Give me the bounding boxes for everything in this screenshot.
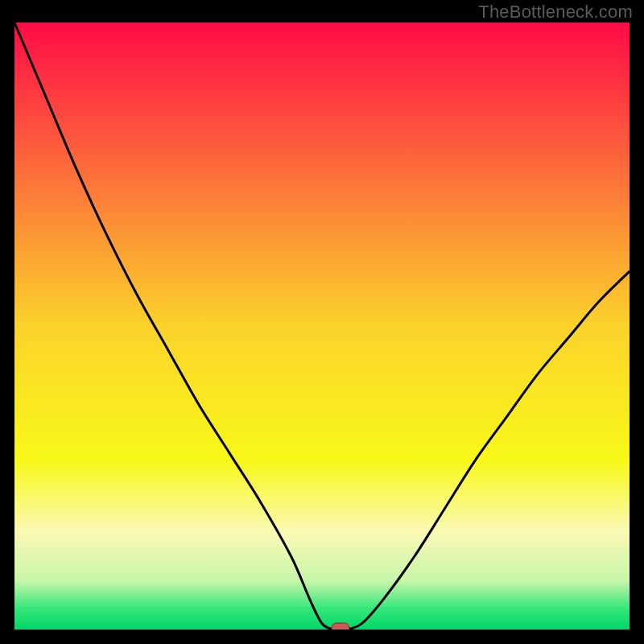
minimum-marker (332, 623, 349, 630)
watermark-text: TheBottleneck.com (478, 2, 633, 23)
chart-frame: TheBottleneck.com (0, 0, 644, 644)
bottleneck-chart (14, 23, 630, 630)
gradient-background (14, 23, 630, 630)
